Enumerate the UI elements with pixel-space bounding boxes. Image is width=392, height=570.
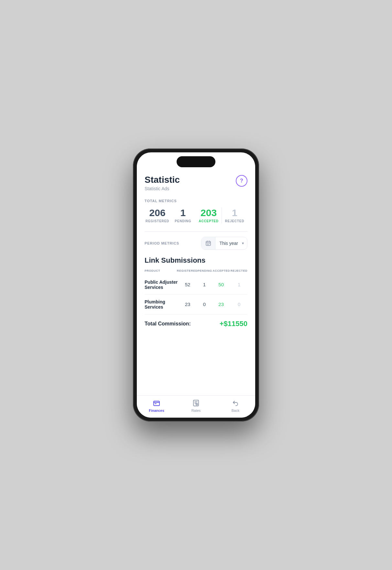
- phone-frame: Statistic Statistic Ads ? TOTAL METRICS …: [133, 148, 259, 422]
- metric-rejected-value: 1: [222, 207, 247, 218]
- col-registered: REGISTERED: [177, 269, 198, 272]
- total-metrics-section: TOTAL METRICS 206 REGISTERED 1 PENDING 2…: [145, 199, 247, 224]
- back-icon: [231, 399, 240, 407]
- row2-product: Plumbing Services: [145, 299, 178, 310]
- nav-rates[interactable]: Rates: [176, 399, 216, 412]
- phone-screen: Statistic Statistic Ads ? TOTAL METRICS …: [137, 152, 255, 418]
- col-product: PRODUCT: [145, 269, 177, 272]
- period-metrics-label: PERIOD METRICS: [145, 241, 179, 245]
- row1-product: Public Adjuster Services: [145, 280, 178, 290]
- row1-pending: 1: [197, 282, 212, 287]
- metric-accepted-value: 203: [196, 207, 222, 218]
- row1-accepted: 50: [212, 282, 231, 287]
- page-header: Statistic Statistic Ads ?: [145, 175, 247, 191]
- total-commission-value: +$11550: [220, 320, 247, 328]
- nav-rates-label: Rates: [191, 409, 201, 412]
- chevron-down-icon: ▾: [242, 238, 247, 249]
- col-pending: PENDING: [198, 269, 212, 272]
- table-row: Public Adjuster Services 52 1 50 1: [145, 275, 247, 295]
- link-submissions-section: Link Submissions PRODUCT REGISTERED PEND…: [145, 256, 247, 333]
- period-metrics-section: PERIOD METRICS: [145, 237, 247, 250]
- nav-finances-label: Finances: [149, 409, 164, 412]
- metric-rejected-label: REJECTED: [222, 219, 247, 223]
- total-commission-row: Total Commission: +$11550: [145, 314, 247, 333]
- svg-rect-5: [208, 243, 209, 244]
- nav-back-label: Back: [232, 409, 239, 412]
- dynamic-island: [177, 156, 215, 167]
- total-metrics-label: TOTAL METRICS: [145, 199, 247, 203]
- help-button[interactable]: ?: [236, 175, 247, 187]
- period-text: This year: [215, 237, 242, 249]
- table-header: PRODUCT REGISTERED PENDING ACCEPTED REJE…: [145, 269, 247, 272]
- finances-icon: [152, 399, 161, 407]
- period-selector[interactable]: This year ▾: [201, 237, 247, 250]
- rates-icon: [192, 399, 200, 407]
- metric-pending-label: PENDING: [170, 219, 196, 223]
- metric-accepted-label: ACCEPTED: [196, 219, 222, 223]
- col-rejected: REJECTED: [231, 269, 247, 272]
- header-text: Statistic Statistic Ads: [145, 175, 180, 191]
- metric-registered-label: REGISTERED: [145, 219, 170, 223]
- row1-rejected: 1: [231, 282, 247, 287]
- row1-registered: 52: [178, 282, 197, 287]
- svg-rect-7: [207, 244, 208, 245]
- total-commission-label: Total Commission:: [145, 321, 191, 327]
- nav-back[interactable]: Back: [216, 399, 255, 412]
- metric-pending-value: 1: [170, 207, 196, 218]
- table-row: Plumbing Services 23 0 23 0: [145, 295, 247, 314]
- page-subtitle: Statistic Ads: [145, 186, 180, 191]
- section-divider: [145, 231, 247, 232]
- svg-rect-6: [209, 243, 210, 244]
- metric-rejected: 1 REJECTED: [222, 207, 247, 223]
- metric-pending: 1 PENDING: [170, 207, 196, 223]
- svg-rect-9: [154, 401, 159, 406]
- metrics-row: 206 REGISTERED 1 PENDING 203 ACCEPTED 1: [145, 207, 247, 224]
- metric-registered: 206 REGISTERED: [145, 207, 170, 223]
- link-submissions-title: Link Submissions: [145, 256, 247, 265]
- row2-rejected: 0: [231, 301, 247, 307]
- bottom-navigation: Finances Rates: [137, 395, 255, 418]
- svg-rect-8: [208, 244, 209, 245]
- svg-rect-4: [207, 243, 208, 244]
- nav-finances[interactable]: Finances: [137, 399, 176, 412]
- row2-pending: 0: [197, 301, 212, 307]
- calendar-icon: [201, 237, 215, 249]
- page-title: Statistic: [145, 175, 180, 185]
- col-accepted: ACCEPTED: [212, 269, 231, 272]
- metric-registered-value: 206: [145, 207, 170, 218]
- row2-registered: 23: [178, 301, 197, 307]
- metric-accepted: 203 ACCEPTED: [196, 207, 222, 223]
- row2-accepted: 23: [212, 301, 231, 307]
- screen-content: Statistic Statistic Ads ? TOTAL METRICS …: [137, 167, 255, 395]
